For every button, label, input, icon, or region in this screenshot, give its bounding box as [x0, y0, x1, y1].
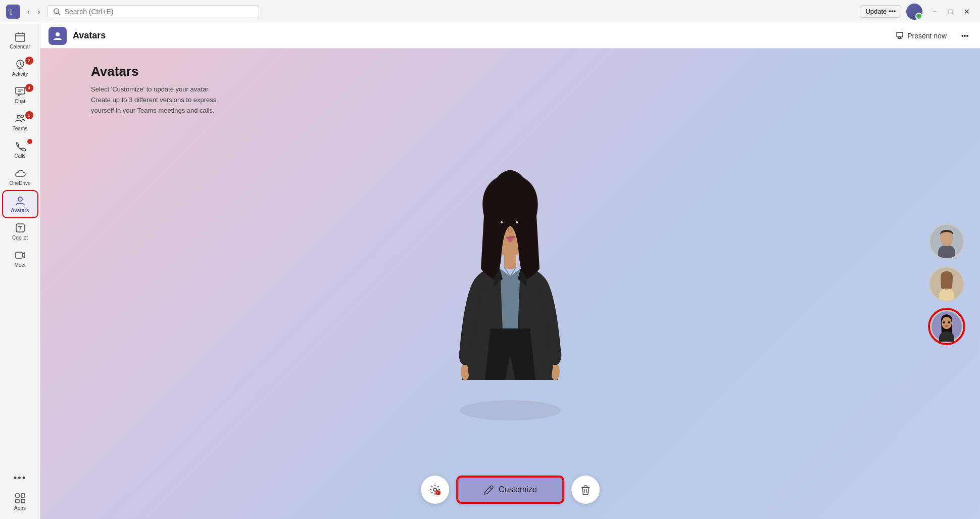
svg-text:T: T [9, 8, 13, 16]
sidebar-item-label-copilot: Copilot [12, 235, 28, 241]
svg-point-46 [435, 490, 440, 495]
minimize-button[interactable]: − [927, 5, 942, 19]
svg-rect-22 [16, 499, 19, 503]
thumb-avatar-2 [930, 267, 963, 301]
sidebar-item-label-calls: Calls [14, 153, 25, 159]
header-more-button[interactable]: ••• [958, 29, 972, 43]
search-bar[interactable] [47, 5, 259, 18]
nav-forward-button[interactable]: › [35, 6, 43, 18]
sidebar-item-activity[interactable]: Activity 2 [3, 55, 37, 81]
search-icon [54, 8, 60, 15]
delete-button[interactable] [571, 476, 600, 504]
main-avatar-figure [429, 137, 591, 431]
teams-logo-icon: T [6, 5, 20, 19]
present-icon [896, 32, 904, 40]
update-button[interactable]: Update ••• [860, 5, 901, 18]
settings-icon: ! [429, 484, 441, 496]
sidebar-item-chat[interactable]: Chat 4 [3, 82, 37, 108]
sidebar-item-meet[interactable]: Meet [3, 246, 37, 272]
app-area: Avatars Present now ••• Avatars Sel [40, 23, 980, 519]
sidebar-item-teams[interactable]: Teams 2 [3, 109, 37, 135]
avatar-info: Avatars Select 'Customize' to update you… [91, 64, 216, 116]
svg-point-2 [54, 9, 59, 13]
sidebar-item-label-chat: Chat [15, 99, 25, 104]
avatar-display [40, 49, 980, 519]
meet-icon [15, 250, 26, 261]
svg-point-32 [514, 221, 521, 226]
update-more: ••• [889, 8, 896, 15]
avatar[interactable] [906, 4, 922, 20]
thumb-avatar-3 [932, 311, 962, 342]
app-header-left: Avatars [48, 27, 106, 45]
apps-icon [15, 493, 26, 504]
teams-nav-icon [15, 113, 26, 124]
svg-point-17 [18, 197, 22, 201]
settings-button[interactable]: ! [421, 476, 449, 504]
thumb-avatar-1 [930, 225, 963, 258]
svg-point-34 [516, 221, 518, 223]
sidebar-item-label-avatars: Avatars [11, 208, 29, 213]
nav-arrows: ‹ › [24, 6, 43, 18]
nav-back-button[interactable]: ‹ [24, 6, 33, 18]
window-controls: − □ ✕ [927, 5, 974, 19]
avatar-page-title: Avatars [91, 64, 216, 79]
avatars-icon [15, 195, 26, 206]
teams-badge: 2 [25, 111, 33, 119]
close-button[interactable]: ✕ [960, 5, 974, 19]
calls-icon [15, 140, 26, 152]
main-layout: Calendar Activity 2 Chat 4 [0, 23, 980, 519]
svg-line-3 [59, 13, 60, 14]
calls-badge-dot [27, 139, 32, 144]
sidebar-item-label-apps: Apps [14, 505, 26, 511]
content-area: Avatars Select 'Customize' to update you… [40, 49, 980, 519]
sidebar-item-apps[interactable]: Apps [3, 489, 37, 515]
svg-point-28 [460, 400, 561, 420]
avatar-description-line2: Create up to 3 different versions to exp… [91, 95, 216, 106]
sidebar-item-label-activity: Activity [12, 71, 28, 77]
maximize-button[interactable]: □ [944, 5, 958, 19]
svg-rect-19 [16, 252, 22, 258]
app-icon [48, 27, 67, 45]
sidebar-more-button[interactable]: ••• [10, 469, 30, 488]
svg-point-15 [17, 115, 20, 118]
svg-rect-35 [490, 328, 530, 333]
app-title: Avatars [73, 30, 106, 41]
sidebar-item-avatars[interactable]: Avatars [3, 191, 37, 217]
sidebar-item-label-onedrive: OneDrive [9, 180, 30, 186]
svg-line-48 [489, 487, 492, 489]
calendar-icon [15, 31, 26, 42]
customize-pencil-icon [483, 485, 494, 495]
sidebar-item-onedrive[interactable]: OneDrive [3, 164, 37, 190]
sidebar-item-calendar[interactable]: Calendar [3, 27, 37, 54]
sidebar-item-copilot[interactable]: Copilot [3, 218, 37, 245]
app-avatar-icon [53, 31, 63, 41]
svg-point-44 [948, 321, 951, 323]
svg-rect-23 [21, 499, 25, 503]
present-now-button[interactable]: Present now [890, 29, 953, 43]
avatar-description-line3: yourself in your Teams meetings and call… [91, 106, 216, 116]
customize-label: Customize [499, 485, 537, 494]
present-now-label: Present now [907, 32, 947, 40]
svg-rect-25 [897, 32, 903, 37]
activity-icon [15, 59, 26, 70]
avatar-description-line1: Select 'Customize' to update your avatar… [91, 84, 216, 95]
sidebar-item-label-calendar: Calendar [10, 44, 30, 50]
bottom-controls: ! Customize [421, 476, 600, 504]
avatar-thumb-2[interactable] [928, 266, 965, 302]
delete-icon [580, 484, 591, 495]
customize-button[interactable]: Customize [457, 477, 563, 503]
activity-badge: 2 [25, 57, 33, 65]
svg-rect-21 [21, 494, 25, 497]
svg-point-16 [21, 115, 23, 118]
svg-point-31 [499, 221, 506, 226]
avatar-thumbnails [928, 223, 965, 345]
avatar-thumb-3[interactable] [928, 308, 965, 345]
search-input[interactable] [65, 8, 253, 16]
title-bar: T ‹ › Update ••• − □ ✕ [0, 0, 980, 23]
svg-line-10 [20, 64, 22, 65]
svg-point-24 [56, 32, 60, 36]
onedrive-icon [15, 168, 26, 179]
sidebar-item-calls[interactable]: Calls [3, 136, 37, 163]
avatar-thumb-1[interactable] [928, 223, 965, 260]
svg-rect-4 [16, 33, 25, 41]
